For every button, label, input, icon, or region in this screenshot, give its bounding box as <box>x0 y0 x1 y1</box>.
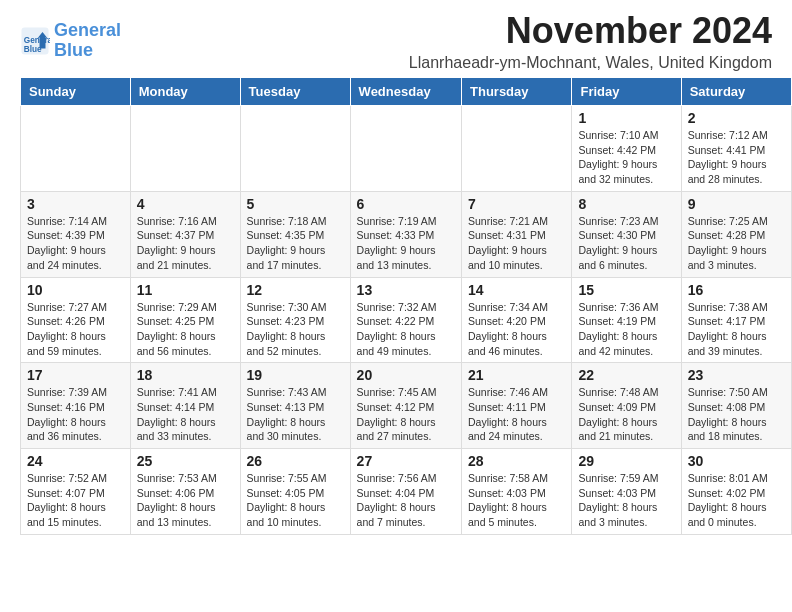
calendar-cell: 14Sunrise: 7:34 AM Sunset: 4:20 PM Dayli… <box>462 277 572 363</box>
day-info: Sunrise: 7:16 AM Sunset: 4:37 PM Dayligh… <box>137 214 234 273</box>
day-info: Sunrise: 7:30 AM Sunset: 4:23 PM Dayligh… <box>247 300 344 359</box>
day-number: 11 <box>137 282 234 298</box>
day-info: Sunrise: 7:45 AM Sunset: 4:12 PM Dayligh… <box>357 385 455 444</box>
calendar-cell: 26Sunrise: 7:55 AM Sunset: 4:05 PM Dayli… <box>240 449 350 535</box>
calendar-cell: 2Sunrise: 7:12 AM Sunset: 4:41 PM Daylig… <box>681 106 791 192</box>
calendar-table: SundayMondayTuesdayWednesdayThursdayFrid… <box>20 77 792 535</box>
calendar-cell: 24Sunrise: 7:52 AM Sunset: 4:07 PM Dayli… <box>21 449 131 535</box>
day-number: 5 <box>247 196 344 212</box>
day-info: Sunrise: 7:34 AM Sunset: 4:20 PM Dayligh… <box>468 300 565 359</box>
week-row-4: 17Sunrise: 7:39 AM Sunset: 4:16 PM Dayli… <box>21 363 792 449</box>
calendar-cell: 10Sunrise: 7:27 AM Sunset: 4:26 PM Dayli… <box>21 277 131 363</box>
calendar-cell: 28Sunrise: 7:58 AM Sunset: 4:03 PM Dayli… <box>462 449 572 535</box>
day-number: 16 <box>688 282 785 298</box>
month-title: November 2024 <box>409 10 772 52</box>
day-number: 19 <box>247 367 344 383</box>
day-number: 15 <box>578 282 674 298</box>
day-info: Sunrise: 7:50 AM Sunset: 4:08 PM Dayligh… <box>688 385 785 444</box>
calendar-cell: 12Sunrise: 7:30 AM Sunset: 4:23 PM Dayli… <box>240 277 350 363</box>
calendar-cell: 15Sunrise: 7:36 AM Sunset: 4:19 PM Dayli… <box>572 277 681 363</box>
week-row-3: 10Sunrise: 7:27 AM Sunset: 4:26 PM Dayli… <box>21 277 792 363</box>
calendar-cell: 16Sunrise: 7:38 AM Sunset: 4:17 PM Dayli… <box>681 277 791 363</box>
day-info: Sunrise: 7:41 AM Sunset: 4:14 PM Dayligh… <box>137 385 234 444</box>
calendar-cell <box>21 106 131 192</box>
calendar-cell <box>350 106 461 192</box>
day-info: Sunrise: 7:21 AM Sunset: 4:31 PM Dayligh… <box>468 214 565 273</box>
day-info: Sunrise: 7:46 AM Sunset: 4:11 PM Dayligh… <box>468 385 565 444</box>
day-number: 8 <box>578 196 674 212</box>
calendar-cell: 30Sunrise: 8:01 AM Sunset: 4:02 PM Dayli… <box>681 449 791 535</box>
day-number: 18 <box>137 367 234 383</box>
calendar-cell: 13Sunrise: 7:32 AM Sunset: 4:22 PM Dayli… <box>350 277 461 363</box>
day-number: 26 <box>247 453 344 469</box>
calendar-cell: 29Sunrise: 7:59 AM Sunset: 4:03 PM Dayli… <box>572 449 681 535</box>
calendar-cell: 17Sunrise: 7:39 AM Sunset: 4:16 PM Dayli… <box>21 363 131 449</box>
calendar-cell: 22Sunrise: 7:48 AM Sunset: 4:09 PM Dayli… <box>572 363 681 449</box>
day-number: 2 <box>688 110 785 126</box>
day-info: Sunrise: 7:55 AM Sunset: 4:05 PM Dayligh… <box>247 471 344 530</box>
header-day-wednesday: Wednesday <box>350 78 461 106</box>
day-info: Sunrise: 7:53 AM Sunset: 4:06 PM Dayligh… <box>137 471 234 530</box>
day-info: Sunrise: 8:01 AM Sunset: 4:02 PM Dayligh… <box>688 471 785 530</box>
location: Llanrhaeadr-ym-Mochnant, Wales, United K… <box>409 54 772 72</box>
day-info: Sunrise: 7:19 AM Sunset: 4:33 PM Dayligh… <box>357 214 455 273</box>
day-info: Sunrise: 7:43 AM Sunset: 4:13 PM Dayligh… <box>247 385 344 444</box>
calendar-cell: 25Sunrise: 7:53 AM Sunset: 4:06 PM Dayli… <box>130 449 240 535</box>
calendar-cell: 1Sunrise: 7:10 AM Sunset: 4:42 PM Daylig… <box>572 106 681 192</box>
day-info: Sunrise: 7:52 AM Sunset: 4:07 PM Dayligh… <box>27 471 124 530</box>
day-number: 10 <box>27 282 124 298</box>
calendar-cell: 7Sunrise: 7:21 AM Sunset: 4:31 PM Daylig… <box>462 191 572 277</box>
day-number: 12 <box>247 282 344 298</box>
calendar-cell: 20Sunrise: 7:45 AM Sunset: 4:12 PM Dayli… <box>350 363 461 449</box>
header-day-tuesday: Tuesday <box>240 78 350 106</box>
calendar-cell: 4Sunrise: 7:16 AM Sunset: 4:37 PM Daylig… <box>130 191 240 277</box>
calendar-cell: 9Sunrise: 7:25 AM Sunset: 4:28 PM Daylig… <box>681 191 791 277</box>
day-info: Sunrise: 7:36 AM Sunset: 4:19 PM Dayligh… <box>578 300 674 359</box>
day-number: 25 <box>137 453 234 469</box>
day-number: 6 <box>357 196 455 212</box>
calendar-body: 1Sunrise: 7:10 AM Sunset: 4:42 PM Daylig… <box>21 106 792 535</box>
day-info: Sunrise: 7:14 AM Sunset: 4:39 PM Dayligh… <box>27 214 124 273</box>
day-number: 14 <box>468 282 565 298</box>
page-header: General Blue GeneralBlue November 2024 L… <box>0 0 792 77</box>
day-number: 22 <box>578 367 674 383</box>
svg-text:Blue: Blue <box>24 45 42 54</box>
day-info: Sunrise: 7:18 AM Sunset: 4:35 PM Dayligh… <box>247 214 344 273</box>
day-info: Sunrise: 7:12 AM Sunset: 4:41 PM Dayligh… <box>688 128 785 187</box>
header-day-sunday: Sunday <box>21 78 131 106</box>
header-day-thursday: Thursday <box>462 78 572 106</box>
day-number: 23 <box>688 367 785 383</box>
day-info: Sunrise: 7:25 AM Sunset: 4:28 PM Dayligh… <box>688 214 785 273</box>
day-number: 30 <box>688 453 785 469</box>
day-info: Sunrise: 7:39 AM Sunset: 4:16 PM Dayligh… <box>27 385 124 444</box>
header-row: SundayMondayTuesdayWednesdayThursdayFrid… <box>21 78 792 106</box>
day-info: Sunrise: 7:27 AM Sunset: 4:26 PM Dayligh… <box>27 300 124 359</box>
day-info: Sunrise: 7:10 AM Sunset: 4:42 PM Dayligh… <box>578 128 674 187</box>
day-info: Sunrise: 7:48 AM Sunset: 4:09 PM Dayligh… <box>578 385 674 444</box>
calendar-cell: 6Sunrise: 7:19 AM Sunset: 4:33 PM Daylig… <box>350 191 461 277</box>
week-row-5: 24Sunrise: 7:52 AM Sunset: 4:07 PM Dayli… <box>21 449 792 535</box>
header-day-saturday: Saturday <box>681 78 791 106</box>
calendar-cell: 27Sunrise: 7:56 AM Sunset: 4:04 PM Dayli… <box>350 449 461 535</box>
calendar-header: SundayMondayTuesdayWednesdayThursdayFrid… <box>21 78 792 106</box>
day-number: 3 <box>27 196 124 212</box>
calendar-cell: 5Sunrise: 7:18 AM Sunset: 4:35 PM Daylig… <box>240 191 350 277</box>
day-info: Sunrise: 7:38 AM Sunset: 4:17 PM Dayligh… <box>688 300 785 359</box>
calendar-cell: 3Sunrise: 7:14 AM Sunset: 4:39 PM Daylig… <box>21 191 131 277</box>
day-number: 21 <box>468 367 565 383</box>
title-block: November 2024 Llanrhaeadr-ym-Mochnant, W… <box>409 10 772 72</box>
day-info: Sunrise: 7:58 AM Sunset: 4:03 PM Dayligh… <box>468 471 565 530</box>
calendar-cell: 8Sunrise: 7:23 AM Sunset: 4:30 PM Daylig… <box>572 191 681 277</box>
logo-icon: General Blue <box>20 26 50 56</box>
day-info: Sunrise: 7:23 AM Sunset: 4:30 PM Dayligh… <box>578 214 674 273</box>
day-info: Sunrise: 7:29 AM Sunset: 4:25 PM Dayligh… <box>137 300 234 359</box>
day-number: 27 <box>357 453 455 469</box>
calendar-cell: 18Sunrise: 7:41 AM Sunset: 4:14 PM Dayli… <box>130 363 240 449</box>
day-number: 9 <box>688 196 785 212</box>
day-number: 1 <box>578 110 674 126</box>
calendar-wrapper: SundayMondayTuesdayWednesdayThursdayFrid… <box>0 77 792 545</box>
day-number: 17 <box>27 367 124 383</box>
calendar-cell <box>240 106 350 192</box>
calendar-cell: 23Sunrise: 7:50 AM Sunset: 4:08 PM Dayli… <box>681 363 791 449</box>
calendar-cell <box>462 106 572 192</box>
